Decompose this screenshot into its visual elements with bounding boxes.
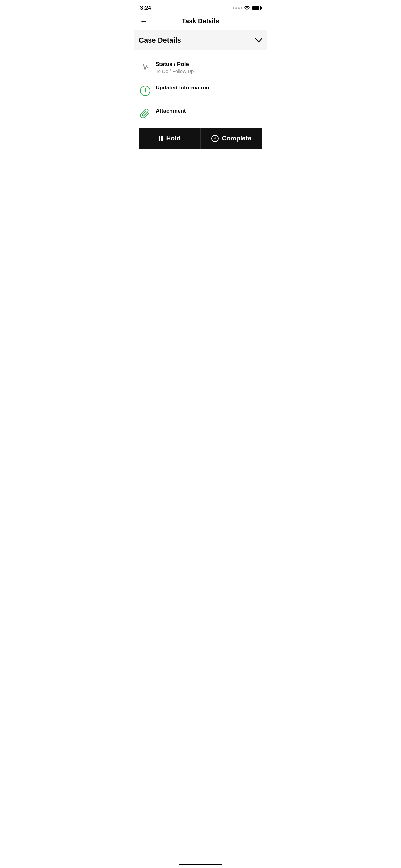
wifi-icon bbox=[244, 5, 250, 11]
back-button[interactable]: ← bbox=[139, 16, 149, 27]
nav-header: ← Task Details bbox=[134, 14, 267, 30]
status-role-label: Status / Role bbox=[156, 61, 194, 68]
status-role-row: Status / Role To Do / Follow Up bbox=[139, 56, 262, 79]
section-header[interactable]: Case Details bbox=[134, 30, 267, 51]
attachment-text: Attachment bbox=[156, 107, 186, 115]
signal-icon bbox=[233, 7, 242, 9]
info-icon: i bbox=[139, 84, 152, 97]
status-bar: 3:24 bbox=[134, 0, 267, 14]
updated-information-row[interactable]: i Updated Information bbox=[139, 79, 262, 102]
hold-icon bbox=[159, 135, 163, 142]
attachment-icon bbox=[139, 107, 152, 120]
hold-label: Hold bbox=[166, 135, 181, 142]
content-area: Status / Role To Do / Follow Up i Update… bbox=[134, 51, 267, 149]
complete-label: Complete bbox=[222, 135, 251, 142]
attachment-label: Attachment bbox=[156, 107, 186, 115]
page-title: Task Details bbox=[182, 18, 219, 25]
complete-icon: ✓ bbox=[212, 135, 219, 142]
updated-information-text: Updated Information bbox=[156, 84, 209, 91]
attachment-row[interactable]: Attachment bbox=[139, 102, 262, 126]
chevron-down-icon[interactable] bbox=[255, 37, 262, 44]
status-time: 3:24 bbox=[140, 5, 151, 11]
activity-icon bbox=[139, 61, 152, 73]
action-buttons: Hold ✓ Complete bbox=[139, 128, 262, 149]
info-circle-icon: i bbox=[140, 86, 150, 96]
status-role-text: Status / Role To Do / Follow Up bbox=[156, 61, 194, 74]
section-title: Case Details bbox=[139, 36, 181, 44]
updated-information-label: Updated Information bbox=[156, 84, 209, 91]
battery-icon bbox=[252, 6, 261, 10]
complete-button[interactable]: ✓ Complete bbox=[201, 128, 263, 149]
hold-button[interactable]: Hold bbox=[139, 128, 201, 149]
status-role-sublabel: To Do / Follow Up bbox=[156, 68, 194, 74]
status-icons bbox=[233, 5, 261, 11]
